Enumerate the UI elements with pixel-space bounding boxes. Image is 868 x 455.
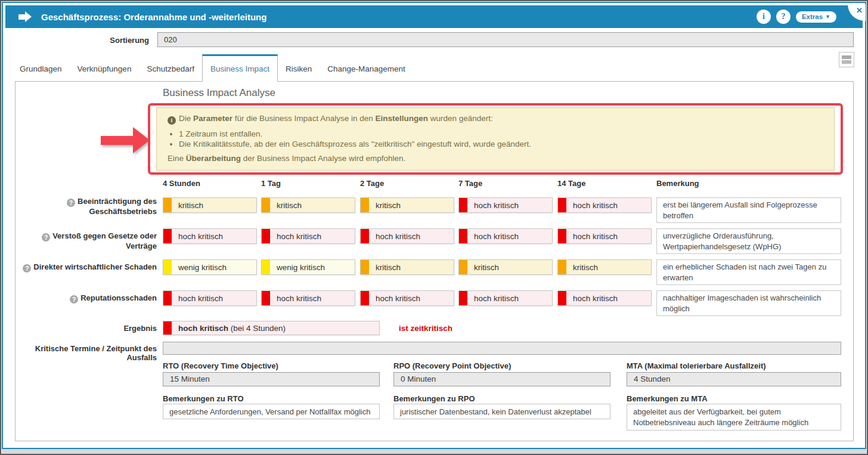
tab-risiken[interactable]: Risiken <box>278 56 320 82</box>
help-icon[interactable]: ? <box>23 264 31 273</box>
table-row: ?Direkter wirtschaftlicher Schaden wenig… <box>16 259 853 286</box>
impact-cell[interactable]: hoch kritisch <box>360 290 454 306</box>
rpo-field[interactable]: 0 Minuten <box>393 372 610 386</box>
criticality-indicator <box>361 229 369 243</box>
extras-button[interactable]: Extras▼ <box>796 11 836 23</box>
impact-cell[interactable]: hoch kritisch <box>261 228 355 244</box>
result-label: Ergebnis <box>16 324 157 333</box>
tab-change-management[interactable]: Change-Management <box>320 56 413 82</box>
alert-bullet-list: 1 Zeitraum ist entfallen. Die Kritikalit… <box>171 129 823 148</box>
title-bar: Geschäftsprozess: Orderannahme und -weit… <box>5 5 863 28</box>
impact-cell[interactable]: hoch kritisch <box>557 197 652 213</box>
tab-business-impact[interactable]: Business Impact <box>202 54 278 82</box>
col-header: 14 Tage <box>557 179 585 188</box>
result-value: hoch kritisch (bei 4 Stunden) <box>163 321 380 335</box>
criticality-indicator <box>262 229 270 243</box>
rto-remark-field[interactable]: gesetzliche Anforderungen, Versand per N… <box>163 404 380 419</box>
alert-footer: Eine Überarbeitung der Business Impact A… <box>168 154 823 163</box>
remark-field[interactable]: ein erheblicher Schaden ist nach zwei Ta… <box>656 259 841 285</box>
window-bottom-strip <box>2 449 866 454</box>
list-view-icon[interactable] <box>839 52 854 67</box>
criticality-indicator <box>459 198 467 212</box>
kritische-termine-field[interactable] <box>163 342 841 355</box>
impact-cell[interactable]: kritisch <box>360 259 454 275</box>
impact-cell[interactable]: wenig kritisch <box>261 259 355 275</box>
row-label: ?Verstoß gegen Gesetze oder Verträge <box>16 231 157 251</box>
rto-field[interactable]: 15 Minuten <box>163 372 380 386</box>
tab-grundlagen[interactable]: Grundlagen <box>12 56 70 82</box>
rpo-remark-field[interactable]: juristischer Datenbestand, kein Datenver… <box>393 404 610 419</box>
chevron-down-icon: ▼ <box>825 14 830 20</box>
impact-cell[interactable]: hoch kritisch <box>458 228 553 244</box>
tab-schutzbedarf[interactable]: Schutzbedarf <box>139 56 202 82</box>
impact-cell[interactable]: hoch kritisch <box>163 290 257 306</box>
tab-content-panel: Business Impact Analyse iDie Parameter f… <box>15 81 854 441</box>
info-icon[interactable]: i <box>757 10 771 24</box>
help-icon[interactable]: ? <box>776 10 790 24</box>
app-window: Geschäftsprozess: Orderannahme und -weit… <box>0 0 868 455</box>
impact-cell[interactable]: hoch kritisch <box>458 290 553 306</box>
criticality-indicator <box>163 291 172 305</box>
zeitkritisch-flag: ist zeitkritisch <box>399 324 452 333</box>
criticality-indicator <box>163 229 172 243</box>
rto-remark-label: Bemerkungen zu RTO <box>163 394 380 403</box>
alert-line1: iDie Parameter für die Business Impact A… <box>168 114 823 125</box>
impact-cell[interactable]: hoch kritisch <box>360 228 454 244</box>
mta-remark-label: Bemerkungen zu MTA <box>627 394 841 403</box>
alert-bullet: 1 Zeitraum ist entfallen. <box>179 129 823 138</box>
col-header: 4 Stunden <box>163 179 200 188</box>
impact-cell[interactable]: hoch kritisch <box>261 290 355 306</box>
impact-cell[interactable]: kritisch <box>557 259 652 275</box>
impact-cell[interactable]: wenig kritisch <box>163 259 257 275</box>
tab-bar: Grundlagen Verknüpfungen Schutzbedarf Bu… <box>12 56 413 82</box>
rpo-remark-label: Bemerkungen zu RPO <box>393 394 610 403</box>
impact-cell[interactable]: hoch kritisch <box>557 228 652 244</box>
criticality-indicator <box>558 229 566 243</box>
remark-field[interactable]: nachhaltiger Imageschaden ist wahrschein… <box>656 290 841 316</box>
row-label: ?Reputationsschaden <box>16 293 157 304</box>
mta-label: MTA (Maximal tolerierbare Ausfallzeit) <box>627 361 841 370</box>
impact-cell[interactable]: hoch kritisch <box>163 228 257 244</box>
criticality-indicator <box>459 229 467 243</box>
impact-cell[interactable]: hoch kritisch <box>458 197 553 213</box>
row-label: ?Direkter wirtschaftlicher Schaden <box>16 262 157 273</box>
criticality-indicator <box>361 291 369 305</box>
help-icon[interactable]: ? <box>67 199 75 207</box>
row-label: ?Beeinträchtigung des Geschäftsbetriebs <box>16 197 157 216</box>
tab-verknuepfungen[interactable]: Verknüpfungen <box>70 56 140 82</box>
criticality-indicator <box>163 198 172 212</box>
criticality-indicator <box>558 260 566 274</box>
mta-field[interactable]: 4 Stunden <box>627 372 841 386</box>
col-header: 1 Tag <box>261 179 281 188</box>
sortierung-label: Sortierung <box>1 36 149 45</box>
impact-cell[interactable]: kritisch <box>261 197 355 213</box>
criticality-indicator <box>558 198 566 212</box>
alert-bullet: Die Kritikalitätsstufe, ab der ein Gesch… <box>179 140 823 148</box>
rpo-label: RPO (Recovery Point Objective) <box>393 361 610 370</box>
parameter-change-alert: iDie Parameter für die Business Impact A… <box>156 107 835 171</box>
remark-field[interactable]: erst bei längerem Ausfall sind Folgeproz… <box>656 197 841 223</box>
impact-cell[interactable]: kritisch <box>458 259 553 275</box>
criticality-indicator <box>163 321 172 335</box>
close-icon[interactable]: ✕ <box>856 6 863 15</box>
criticality-indicator <box>459 291 467 305</box>
result-row: Ergebnis hoch kritisch (bei 4 Stunden) i… <box>16 321 853 336</box>
table-row: ?Reputationsschaden hoch kritisch hoch k… <box>16 290 853 317</box>
remark-field[interactable]: unverzügliche Orderausführung, Wertpapie… <box>656 228 841 254</box>
table-row: ?Beeinträchtigung des Geschäftsbetriebs … <box>16 197 853 224</box>
page-title: Geschäftsprozess: Orderannahme und -weit… <box>41 12 266 22</box>
mta-remark-field[interactable]: abgeleitet aus der Verfügbarkeit, bei gu… <box>627 404 841 431</box>
section-heading: Business Impact Analyse <box>163 87 275 99</box>
col-header: 7 Tage <box>458 179 482 188</box>
impact-cell[interactable]: kritisch <box>360 197 454 213</box>
help-icon[interactable]: ? <box>70 295 78 304</box>
info-icon: i <box>168 116 176 125</box>
help-icon[interactable]: ? <box>42 233 50 242</box>
sortierung-field[interactable]: 020 <box>157 32 854 47</box>
criticality-indicator <box>558 291 566 305</box>
impact-cell[interactable]: kritisch <box>163 197 257 213</box>
criticality-indicator <box>262 198 270 212</box>
criticality-indicator <box>262 291 270 305</box>
criticality-indicator <box>361 198 369 212</box>
impact-cell[interactable]: hoch kritisch <box>557 290 652 306</box>
